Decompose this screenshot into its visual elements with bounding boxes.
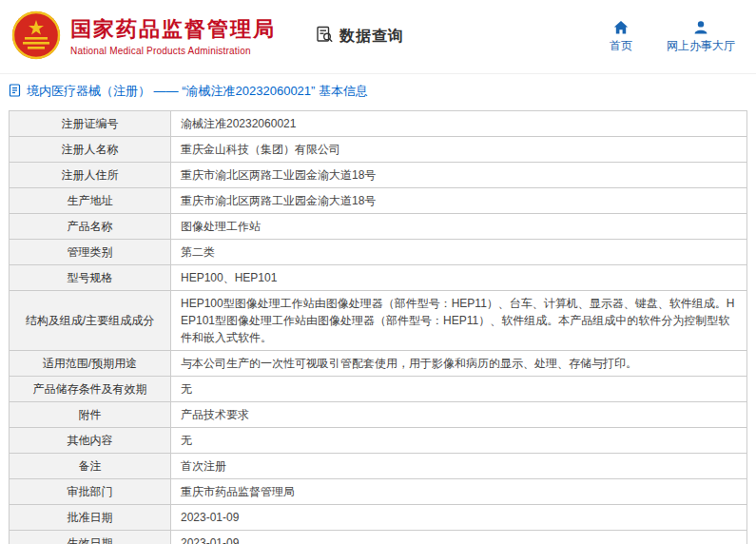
breadcrumb: 境内医疗器械（注册） —— “渝械注准20232060021” 基本信息 xyxy=(0,74,756,110)
row-label: 其他内容 xyxy=(10,428,171,454)
row-label: 批准日期 xyxy=(10,505,171,531)
table-row: 注册证编号渝械注准20232060021 xyxy=(10,111,747,137)
row-value: HEP100、HEP101 xyxy=(171,265,747,291)
row-value: 第二类 xyxy=(171,240,747,265)
table-row: 备注首次注册 xyxy=(10,454,747,479)
brand-text: 国家药品监督管理局 National Medical Products Admi… xyxy=(70,17,276,55)
document-icon xyxy=(9,84,21,100)
row-label: 审批部门 xyxy=(10,479,171,505)
row-value: 图像处理工作站 xyxy=(171,214,747,240)
person-icon xyxy=(693,20,708,35)
row-label: 产品名称 xyxy=(10,214,171,240)
table-row: 其他内容无 xyxy=(10,428,747,454)
table-row: 型号规格HEP100、HEP101 xyxy=(10,265,747,291)
row-value: 2023-01-09 xyxy=(171,505,747,531)
home-icon xyxy=(613,20,629,35)
row-label: 结构及组成/主要组成成分 xyxy=(10,291,171,351)
row-label: 注册证编号 xyxy=(10,111,171,137)
top-nav: 首页 网上办事大厅 xyxy=(610,20,741,54)
table-row: 生产地址重庆市渝北区两路工业园金渝大道18号 xyxy=(10,188,747,214)
table-row: 产品储存条件及有效期无 xyxy=(10,377,747,402)
brand[interactable]: 国家药品监督管理局 National Medical Products Admi… xyxy=(11,10,276,64)
section-title-group: 数据查询 xyxy=(316,26,404,48)
table-row: 批准日期2023-01-09 xyxy=(10,505,747,531)
row-value: 重庆市药品监督管理局 xyxy=(171,479,747,505)
row-label: 生产地址 xyxy=(10,188,171,214)
row-value: 产品技术要求 xyxy=(171,402,747,428)
row-label: 注册人住所 xyxy=(10,163,171,188)
row-value: 无 xyxy=(171,428,747,454)
table-row: 结构及组成/主要组成成分HEP100型图像处理工作站由图像处理器（部件型号：HE… xyxy=(10,291,747,351)
table-row: 注册人住所重庆市渝北区两路工业园金渝大道18号 xyxy=(10,163,747,188)
row-label: 产品储存条件及有效期 xyxy=(10,377,171,402)
breadcrumb-text: 境内医疗器械（注册） —— “渝械注准20232060021” 基本信息 xyxy=(27,83,368,100)
table-row: 管理类别第二类 xyxy=(10,240,747,265)
nav-home[interactable]: 首页 xyxy=(610,20,632,54)
site-header: 国家药品监督管理局 National Medical Products Admi… xyxy=(0,0,756,74)
table-row: 附件产品技术要求 xyxy=(10,402,747,428)
info-table-body: 注册证编号渝械注准20232060021注册人名称重庆金山科技（集团）有限公司注… xyxy=(10,111,747,544)
table-row: 注册人名称重庆金山科技（集团）有限公司 xyxy=(10,137,747,163)
nav-service-hall-label: 网上办事大厅 xyxy=(667,38,735,54)
agency-name-en: National Medical Products Administration xyxy=(70,46,276,56)
row-value: 2023-01-09 xyxy=(171,531,747,544)
agency-name-cn: 国家药品监督管理局 xyxy=(70,17,276,42)
row-label: 管理类别 xyxy=(10,240,171,265)
row-label: 附件 xyxy=(10,402,171,428)
row-value: 首次注册 xyxy=(171,454,747,479)
row-label: 生效日期 xyxy=(10,531,171,544)
row-label: 型号规格 xyxy=(10,265,171,291)
row-value: 无 xyxy=(171,377,747,402)
national-emblem-icon xyxy=(11,10,61,64)
row-label: 备注 xyxy=(10,454,171,479)
table-row: 产品名称图像处理工作站 xyxy=(10,214,747,240)
row-value: 重庆金山科技（集团）有限公司 xyxy=(171,137,747,163)
data-query-icon xyxy=(316,26,334,48)
row-label: 适用范围/预期用途 xyxy=(10,351,171,377)
row-value: 重庆市渝北区两路工业园金渝大道18号 xyxy=(171,188,747,214)
section-title: 数据查询 xyxy=(339,27,404,47)
nav-home-label: 首页 xyxy=(610,38,632,54)
nav-service-hall[interactable]: 网上办事大厅 xyxy=(667,20,735,54)
info-table: 注册证编号渝械注准20232060021注册人名称重庆金山科技（集团）有限公司注… xyxy=(9,110,747,544)
table-row: 审批部门重庆市药品监督管理局 xyxy=(10,479,747,505)
row-value: 渝械注准20232060021 xyxy=(171,111,747,137)
table-row: 适用范围/预期用途与本公司生产的一次性可视吸引管配套使用，用于影像和病历的显示、… xyxy=(10,351,747,377)
row-value: HEP100型图像处理工作站由图像处理器（部件型号：HEP11）、台车、计算机、… xyxy=(171,291,747,351)
row-label: 注册人名称 xyxy=(10,137,171,163)
row-value: 与本公司生产的一次性可视吸引管配套使用，用于影像和病历的显示、处理、存储与打印。 xyxy=(171,351,747,377)
table-row: 生效日期2023-01-09 xyxy=(10,531,747,544)
row-value: 重庆市渝北区两路工业园金渝大道18号 xyxy=(171,163,747,188)
